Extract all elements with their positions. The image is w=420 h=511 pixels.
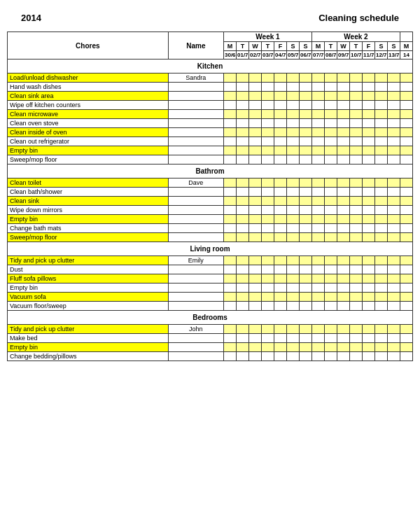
day-cell bbox=[400, 274, 413, 284]
day-cell bbox=[337, 146, 350, 155]
day-cell bbox=[300, 101, 312, 110]
day-cell bbox=[363, 110, 375, 119]
day-cell bbox=[375, 178, 388, 188]
day-cell bbox=[274, 178, 287, 188]
table-row: Clean inside of oven bbox=[8, 128, 413, 137]
chore-cell: Wipe down mirrors bbox=[8, 206, 169, 215]
day-cell bbox=[300, 188, 312, 197]
day-cell bbox=[363, 92, 375, 101]
day-cell bbox=[224, 197, 237, 206]
day-cell bbox=[350, 302, 363, 311]
chore-cell: Clean inside of oven bbox=[8, 128, 169, 137]
person-cell bbox=[168, 224, 223, 233]
day-cell bbox=[375, 110, 388, 119]
chore-cell: Hand wash dishes bbox=[8, 83, 169, 92]
day-cell bbox=[337, 265, 350, 274]
chore-cell: Clean out refrigerator bbox=[8, 137, 169, 146]
day-cell bbox=[274, 215, 287, 224]
day-cell bbox=[325, 265, 337, 274]
day-cell bbox=[350, 197, 363, 206]
day-cell bbox=[312, 302, 325, 311]
day-cell bbox=[350, 284, 363, 293]
table-row: Empty bin bbox=[8, 146, 413, 155]
table-row: Vacuum sofa bbox=[8, 293, 413, 302]
day-cell bbox=[262, 119, 274, 128]
day-cell bbox=[325, 293, 337, 302]
section-2: Living room bbox=[8, 242, 413, 256]
day-cell bbox=[337, 197, 350, 206]
day-cell bbox=[337, 83, 350, 92]
day-S3: S bbox=[375, 42, 388, 51]
day-cell bbox=[287, 155, 300, 164]
day-cell bbox=[325, 343, 337, 352]
day-cell bbox=[262, 74, 274, 83]
day-cell bbox=[312, 206, 325, 215]
day-cell bbox=[350, 101, 363, 110]
day-cell bbox=[350, 74, 363, 83]
day-cell bbox=[350, 146, 363, 155]
table-row: Clean sink bbox=[8, 197, 413, 206]
day-cell bbox=[262, 206, 274, 215]
chore-cell: Change bath mats bbox=[8, 224, 169, 233]
day-cell bbox=[325, 137, 337, 146]
day-cell bbox=[375, 343, 388, 352]
page-header: 2014 Cleaning schedule bbox=[7, 7, 413, 31]
day-cell bbox=[224, 352, 237, 361]
day-cell bbox=[249, 233, 262, 242]
day-cell bbox=[287, 101, 300, 110]
day-cell bbox=[249, 188, 262, 197]
day-cell bbox=[274, 146, 287, 155]
day-cell bbox=[350, 206, 363, 215]
person-cell bbox=[168, 146, 223, 155]
date-12: 11/7 bbox=[363, 51, 375, 59]
day-cell bbox=[300, 155, 312, 164]
day-cell bbox=[337, 334, 350, 343]
day-cell bbox=[337, 188, 350, 197]
chore-cell: Clean sink area bbox=[8, 92, 169, 101]
day-cell bbox=[337, 215, 350, 224]
day-cell bbox=[249, 343, 262, 352]
day-cell bbox=[312, 188, 325, 197]
day-cell bbox=[400, 119, 413, 128]
day-cell bbox=[325, 155, 337, 164]
day-cell bbox=[237, 293, 249, 302]
day-cell bbox=[325, 352, 337, 361]
day-cell bbox=[350, 352, 363, 361]
day-T3: T bbox=[325, 42, 337, 51]
day-cell bbox=[375, 293, 388, 302]
day-cell bbox=[262, 334, 274, 343]
chore-cell: Empty bin bbox=[8, 343, 169, 352]
date-8: 07/7 bbox=[312, 51, 325, 59]
date-7: 06/7 bbox=[300, 51, 312, 59]
day-cell bbox=[375, 119, 388, 128]
person-cell bbox=[168, 137, 223, 146]
day-cell bbox=[224, 101, 237, 110]
day-cell bbox=[300, 256, 312, 265]
date-2: 01/7 bbox=[237, 51, 249, 59]
day-cell bbox=[224, 293, 237, 302]
day-cell bbox=[312, 325, 325, 334]
day-cell bbox=[287, 74, 300, 83]
day-cell bbox=[300, 293, 312, 302]
table-row: Wipe down mirrors bbox=[8, 206, 413, 215]
day-cell bbox=[337, 137, 350, 146]
day-cell bbox=[325, 146, 337, 155]
person-cell bbox=[168, 352, 223, 361]
day-cell bbox=[237, 119, 249, 128]
day-cell bbox=[249, 197, 262, 206]
day-cell bbox=[312, 137, 325, 146]
day-cell bbox=[375, 284, 388, 293]
day-cell bbox=[400, 155, 413, 164]
day-cell bbox=[224, 178, 237, 188]
day-cell bbox=[312, 110, 325, 119]
day-cell bbox=[350, 343, 363, 352]
day-cell bbox=[274, 74, 287, 83]
day-cell bbox=[375, 224, 388, 233]
day-cell bbox=[287, 128, 300, 137]
chore-cell: Wipe off kitchen counters bbox=[8, 101, 169, 110]
day-cell bbox=[262, 178, 274, 188]
day-cell bbox=[287, 92, 300, 101]
day-cell bbox=[337, 74, 350, 83]
day-cell bbox=[350, 178, 363, 188]
day-cell bbox=[249, 206, 262, 215]
